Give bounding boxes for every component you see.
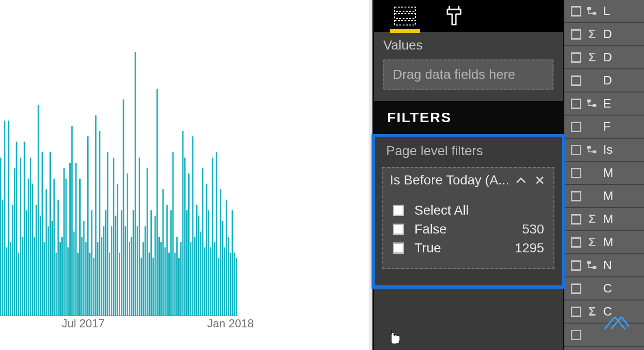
bar[interactable] <box>67 247 69 316</box>
tab-fields-icon[interactable] <box>392 3 418 29</box>
bar[interactable] <box>192 136 193 316</box>
bar[interactable] <box>140 258 142 316</box>
field-item[interactable]: ΣM <box>564 231 644 254</box>
bar[interactable] <box>56 253 57 316</box>
bar[interactable] <box>10 242 11 316</box>
bar[interactable] <box>117 184 118 316</box>
bar[interactable] <box>176 237 178 316</box>
bar[interactable] <box>149 253 150 316</box>
bar[interactable] <box>66 179 67 316</box>
field-item[interactable]: ΣD <box>564 23 644 46</box>
values-drop-well[interactable]: Drag data fields here <box>383 59 553 90</box>
bar[interactable] <box>152 258 154 316</box>
bar[interactable] <box>58 200 59 316</box>
checkbox[interactable] <box>393 224 404 235</box>
field-item[interactable]: ΣM <box>564 208 644 231</box>
bar[interactable] <box>91 210 92 316</box>
bar[interactable] <box>40 216 41 316</box>
bar[interactable] <box>216 152 217 316</box>
bar[interactable] <box>81 237 83 316</box>
bar[interactable] <box>4 121 5 316</box>
checkbox[interactable] <box>571 29 581 40</box>
bar[interactable] <box>220 189 221 316</box>
bar[interactable] <box>160 242 162 316</box>
field-item[interactable]: Is <box>564 139 644 162</box>
bar[interactable] <box>208 210 209 316</box>
bar[interactable] <box>194 237 196 316</box>
field-item[interactable]: D <box>564 69 644 92</box>
bar[interactable] <box>16 142 17 316</box>
bar[interactable] <box>121 210 122 316</box>
field-item[interactable]: M <box>564 162 644 185</box>
bar[interactable] <box>196 205 198 316</box>
bar[interactable] <box>83 221 84 316</box>
bar[interactable] <box>8 121 9 316</box>
bar[interactable] <box>230 253 231 316</box>
checkbox[interactable] <box>571 214 581 225</box>
bar[interactable] <box>180 242 182 316</box>
bar[interactable] <box>12 205 13 316</box>
checkbox[interactable] <box>571 330 581 340</box>
bar[interactable] <box>231 210 233 316</box>
bar[interactable] <box>206 184 207 316</box>
field-item[interactable]: ΣC <box>564 300 644 324</box>
bar[interactable] <box>38 105 39 316</box>
bar[interactable] <box>0 158 1 316</box>
bar[interactable] <box>113 158 114 316</box>
bar[interactable] <box>48 226 49 316</box>
bar[interactable] <box>123 100 124 316</box>
bar[interactable] <box>202 168 203 316</box>
bar[interactable] <box>89 253 91 316</box>
bar[interactable] <box>224 247 225 316</box>
bar[interactable] <box>200 232 201 316</box>
bar[interactable] <box>131 237 132 316</box>
filter-card-header[interactable]: Is Before Today (A... <box>383 168 553 192</box>
checkbox[interactable] <box>571 307 581 317</box>
bar[interactable] <box>61 237 63 316</box>
bar[interactable] <box>145 226 146 316</box>
bar[interactable] <box>210 247 211 316</box>
bar[interactable] <box>168 253 170 316</box>
checkbox[interactable] <box>571 191 581 201</box>
bar[interactable] <box>51 221 53 316</box>
bar[interactable] <box>222 221 223 316</box>
bar[interactable] <box>226 200 227 316</box>
bar[interactable] <box>33 237 35 316</box>
bar[interactable] <box>182 131 183 316</box>
bar[interactable] <box>178 258 180 316</box>
bar[interactable] <box>127 174 128 316</box>
field-item[interactable]: N <box>564 254 644 277</box>
bar[interactable] <box>132 210 134 316</box>
bar[interactable] <box>115 216 116 316</box>
checkbox[interactable] <box>393 242 404 254</box>
bar[interactable] <box>18 253 19 316</box>
bar[interactable] <box>95 115 97 316</box>
bar[interactable] <box>139 158 140 316</box>
field-item[interactable]: L <box>564 0 644 23</box>
checkbox[interactable] <box>571 52 581 63</box>
tab-format-icon[interactable] <box>441 3 467 29</box>
checkbox[interactable] <box>571 99 581 109</box>
field-item[interactable]: M <box>564 185 644 208</box>
bar[interactable] <box>36 205 37 316</box>
bar[interactable] <box>2 200 3 316</box>
bar[interactable] <box>85 242 87 316</box>
checkbox[interactable] <box>571 260 581 271</box>
bar[interactable] <box>228 237 229 316</box>
bar[interactable] <box>172 152 173 316</box>
bar[interactable] <box>165 247 166 316</box>
bar[interactable] <box>26 210 27 316</box>
checkbox[interactable] <box>571 168 581 178</box>
bar[interactable] <box>43 242 45 316</box>
bar[interactable] <box>41 152 43 316</box>
field-item[interactable] <box>564 324 644 347</box>
bar[interactable] <box>109 253 110 316</box>
bar[interactable] <box>71 126 73 316</box>
field-item[interactable]: C <box>564 277 644 300</box>
bar[interactable] <box>46 189 47 316</box>
bar[interactable] <box>135 52 136 316</box>
bar[interactable] <box>20 158 21 316</box>
bar[interactable] <box>198 216 199 316</box>
filter-option[interactable]: True1295 <box>393 239 544 258</box>
bar[interactable] <box>162 189 164 316</box>
